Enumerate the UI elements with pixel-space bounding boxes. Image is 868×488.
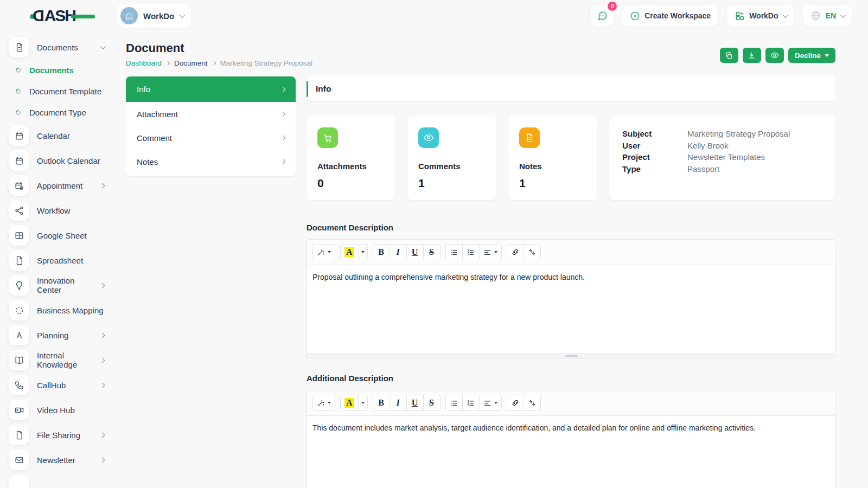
globe-icon bbox=[810, 10, 821, 21]
lightbulb-icon bbox=[9, 275, 29, 296]
sidebar-item-callhub[interactable]: CallHub bbox=[9, 375, 126, 395]
sidebar-item-newsletter[interactable]: Newsletter bbox=[9, 450, 126, 470]
document-description-text[interactable]: Proposal outlining a comprehensive marke… bbox=[307, 265, 835, 353]
tab-comment[interactable]: Comment bbox=[126, 126, 296, 150]
strikethrough-button[interactable]: S bbox=[423, 395, 441, 411]
document-description-label: Document Description bbox=[307, 223, 835, 232]
detail-row-type: Type Passport bbox=[622, 163, 822, 175]
font-color-dropdown[interactable] bbox=[358, 244, 368, 260]
sidebar-item-workflow[interactable]: Workflow bbox=[9, 200, 126, 221]
phone-icon bbox=[9, 375, 29, 395]
breadcrumb-document-link[interactable]: Document bbox=[174, 59, 208, 67]
sidebar-item-outlook-calendar[interactable]: Outlook Calendar bbox=[9, 150, 126, 171]
detail-row-user: User Kelly Brook bbox=[622, 140, 822, 152]
italic-button[interactable]: I bbox=[390, 244, 407, 260]
cart-icon bbox=[317, 127, 338, 148]
tab-info[interactable]: Info bbox=[126, 76, 296, 102]
sidebar-subitem-documents[interactable]: Documents bbox=[9, 62, 126, 79]
unlink-button[interactable] bbox=[524, 244, 541, 260]
copy-button[interactable] bbox=[720, 48, 738, 63]
main-content: Document Dashboard Document Marketing St… bbox=[126, 31, 868, 488]
sidebar-item-appointment[interactable]: Appointment bbox=[9, 175, 126, 196]
insert-link-button[interactable] bbox=[507, 395, 524, 411]
chevron-right-icon bbox=[281, 159, 285, 164]
ordered-list-button[interactable] bbox=[462, 244, 480, 260]
eye-icon bbox=[418, 127, 439, 148]
video-camera-icon bbox=[9, 400, 29, 420]
logo-text: DASH bbox=[34, 7, 75, 25]
underline-button[interactable]: U bbox=[406, 395, 424, 411]
italic-button[interactable]: I bbox=[390, 395, 407, 411]
preview-button[interactable] bbox=[765, 48, 784, 63]
sidebar-item-business-mapping[interactable]: Business Mapping bbox=[9, 300, 126, 320]
unordered-list-button[interactable] bbox=[445, 244, 463, 260]
sidebar-subitem-document-template[interactable]: Document Template bbox=[9, 83, 126, 100]
plus-circle-icon bbox=[630, 11, 640, 21]
sidebar-item-partial[interactable] bbox=[9, 474, 126, 488]
style-dropdown-button[interactable] bbox=[312, 395, 335, 411]
font-color-button[interactable]: A bbox=[340, 244, 359, 260]
language-selector[interactable]: EN bbox=[803, 5, 852, 27]
stat-value: 0 bbox=[317, 177, 385, 190]
sidebar-item-innovation-center[interactable]: Innovation Center bbox=[9, 275, 126, 296]
note-icon bbox=[519, 127, 540, 148]
accent-bar bbox=[307, 81, 308, 97]
tab-attachment[interactable]: Attachment bbox=[126, 102, 296, 126]
chevron-right-icon bbox=[281, 112, 285, 116]
messages-count-badge: 0 bbox=[608, 2, 617, 11]
download-button[interactable] bbox=[743, 48, 761, 63]
insert-link-button[interactable] bbox=[507, 244, 524, 260]
unlink-button[interactable] bbox=[524, 395, 541, 411]
underline-button[interactable]: U bbox=[406, 244, 424, 260]
workspace-selector[interactable]: WorkDo bbox=[117, 4, 191, 28]
sidebar-item-spreadsheet[interactable]: Spreadsheet bbox=[9, 250, 126, 271]
strikethrough-button[interactable]: S bbox=[423, 244, 441, 260]
caret-down-icon bbox=[494, 402, 497, 404]
paragraph-align-button[interactable] bbox=[479, 395, 502, 411]
workdo-menu-button[interactable]: WorkDo bbox=[727, 5, 794, 27]
mail-icon bbox=[9, 450, 29, 470]
chevron-down-icon bbox=[840, 12, 846, 18]
copy-icon bbox=[725, 52, 733, 60]
create-workspace-button[interactable]: Create Workspace bbox=[622, 5, 718, 27]
letter-a-icon bbox=[9, 325, 29, 345]
tab-notes[interactable]: Notes bbox=[126, 150, 296, 174]
document-details-card: Subject Marketing Strategy Proposal User… bbox=[609, 117, 835, 200]
chevron-down-icon bbox=[783, 12, 788, 18]
dash-logo[interactable]: DASH bbox=[30, 7, 75, 25]
paragraph-align-button[interactable] bbox=[479, 244, 502, 260]
sidebar-item-file-sharing[interactable]: File Sharing bbox=[9, 425, 126, 445]
detail-row-subject: Subject Marketing Strategy Proposal bbox=[622, 128, 822, 140]
font-color-button[interactable]: A bbox=[340, 395, 359, 411]
sidebar-subitem-document-type[interactable]: Document Type bbox=[9, 104, 126, 121]
sidebar-item-calendar[interactable]: Calendar bbox=[9, 125, 126, 146]
create-workspace-label: Create Workspace bbox=[644, 11, 711, 20]
document-description-editor: A B I U S bbox=[307, 239, 835, 358]
font-color-dropdown[interactable] bbox=[358, 395, 368, 411]
sidebar-item-google-sheet[interactable]: Google Sheet bbox=[9, 225, 126, 246]
decline-dropdown-button[interactable]: Decline bbox=[788, 48, 835, 63]
sidebar-item-planning[interactable]: Planning bbox=[9, 325, 126, 345]
sidebar-item-video-hub[interactable]: Video Hub bbox=[9, 400, 126, 420]
calendar-icon bbox=[9, 125, 29, 146]
caret-down-icon bbox=[328, 251, 331, 253]
unordered-list-button[interactable] bbox=[445, 395, 463, 411]
detail-row-project: Project Newsletter Templates bbox=[622, 151, 822, 163]
stat-value: 1 bbox=[519, 177, 586, 190]
bold-button[interactable]: B bbox=[373, 244, 390, 260]
caret-down-icon bbox=[328, 402, 331, 404]
file-icon bbox=[9, 425, 29, 445]
bold-button[interactable]: B bbox=[373, 395, 390, 411]
sidebar-item-internal-knowledge[interactable]: Internal Knowledge bbox=[9, 350, 126, 370]
messages-button[interactable]: 0 bbox=[591, 5, 614, 27]
chevron-right-icon bbox=[281, 136, 285, 140]
style-dropdown-button[interactable] bbox=[312, 244, 335, 260]
workspace-avatar bbox=[120, 7, 138, 24]
editor-resize-handle[interactable] bbox=[307, 353, 835, 358]
ordered-list-button[interactable] bbox=[462, 395, 480, 411]
download-icon bbox=[748, 52, 756, 60]
sidebar-item-documents-parent[interactable]: Documents bbox=[9, 37, 126, 57]
breadcrumb-dashboard-link[interactable]: Dashboard bbox=[126, 59, 162, 67]
additional-description-text[interactable]: This document includes market analysis, … bbox=[307, 416, 835, 488]
link-icon bbox=[511, 399, 520, 407]
